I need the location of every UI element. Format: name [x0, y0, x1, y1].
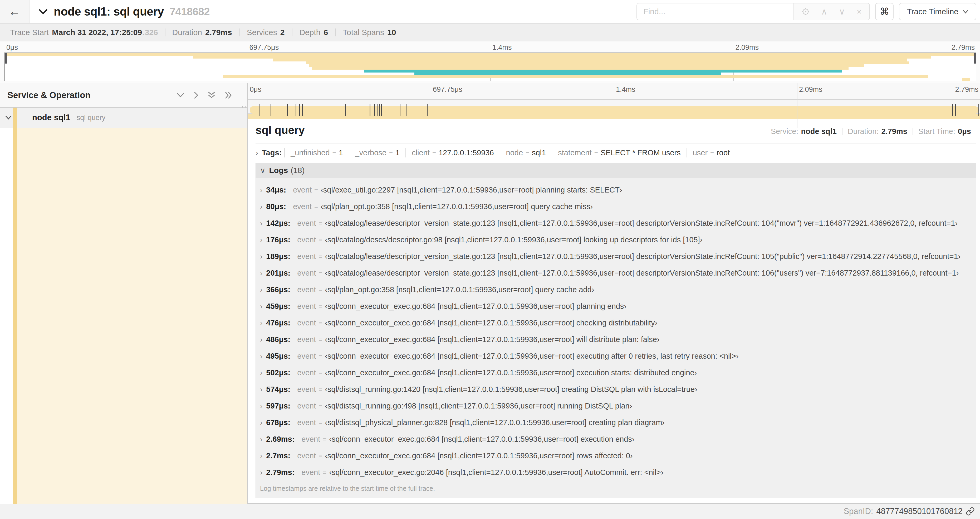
log-event-tick [287, 104, 288, 116]
tag-key: _unfinished [291, 148, 329, 157]
tag-item: statement = SELECT * FROM users [552, 148, 686, 157]
trace-id: 7418682 [170, 6, 210, 18]
log-row[interactable]: › 2.79ms: event = ‹sql/conn_executor_exe… [256, 464, 976, 481]
log-event-tick [406, 104, 406, 116]
span-row[interactable]: node sql1 sql query [0, 108, 247, 128]
log-key: event [297, 252, 316, 261]
minimap-scrubber-right[interactable] [974, 53, 976, 64]
header-actions: ∧ ∨ × ⌘ Trace Timeline [636, 3, 976, 20]
span-detail-panel: sql query Service: node sql1 Duration: 2… [248, 114, 980, 504]
log-timestamp: 597μs: [266, 402, 290, 410]
minimap-span-bar [273, 59, 907, 61]
equals-sign: = [314, 203, 318, 211]
minimap-span-bar [306, 61, 909, 64]
log-row[interactable]: › 502μs: event = ‹sql/conn_executor_exec… [256, 364, 976, 381]
log-timestamp: 502μs: [266, 369, 290, 377]
minimap-span-bar [414, 72, 721, 75]
keyboard-shortcuts-button[interactable]: ⌘ [875, 3, 894, 20]
equals-sign: = [525, 150, 529, 157]
equals-sign: = [432, 150, 436, 157]
log-row[interactable]: › 2.69ms: event = ‹sql/conn_executor_exe… [256, 431, 976, 447]
tags-toggle-row[interactable]: › Tags: _unfinished = 1 [256, 148, 976, 157]
timeline-gridline [797, 83, 797, 128]
service-color-bar [13, 108, 17, 128]
log-row[interactable]: › 476μs: event = ‹sql/conn_executor_exec… [256, 315, 976, 331]
timeline-minimap: 0μs697.75μs1.4ms2.09ms2.79ms [0, 42, 980, 83]
equals-sign: = [318, 270, 322, 277]
logs-footer-note: Log timestamps are relative to the start… [256, 481, 976, 498]
span-list-panel: Service & Operation node sql1 sql query [0, 83, 248, 504]
collapse-trace-icon[interactable] [38, 8, 48, 15]
collapse-children-icon[interactable] [5, 115, 11, 120]
span-service-name: node sql1 [32, 113, 70, 122]
log-event-tick [978, 104, 979, 116]
tag-value: SELECT * FROM users [601, 148, 681, 157]
view-selector-button[interactable]: Trace Timeline [899, 3, 976, 20]
trace-summary-item: Trace Start March 31 2022, 17:25:09 .326 [3, 29, 165, 37]
log-row[interactable]: › 80μs: event = ‹sql/plan_opt.go:358 [ns… [256, 198, 976, 215]
log-event-tick [374, 104, 375, 116]
log-message: ‹sql/distsql_physical_planner.go:828 [ns… [325, 418, 665, 427]
log-timestamp: 176μs: [266, 235, 290, 244]
minimap-canvas[interactable] [4, 53, 976, 81]
log-event-tick [381, 104, 382, 116]
log-key: event [297, 235, 316, 244]
log-row[interactable]: › 597μs: event = ‹sql/distsql_running.go… [256, 398, 976, 414]
log-timestamp: 574μs: [266, 385, 290, 394]
locate-icon[interactable] [802, 8, 810, 16]
summary-label: Total Spans [343, 29, 384, 37]
log-row[interactable]: › 201μs: event = ‹sql/catalog/lease/desc… [256, 265, 976, 281]
minimap-scrubber-left[interactable] [5, 53, 7, 64]
find-input[interactable] [637, 3, 793, 20]
log-message: ‹sql/distsql_running.go:1420 [nsql1,clie… [325, 385, 697, 394]
logs-header[interactable]: ∨ Logs (18) [256, 163, 976, 178]
duration-value: 2.79ms [881, 128, 907, 135]
log-message: ‹sql/conn_executor_exec.go:684 [nsql1,cl… [325, 369, 697, 377]
minimap-span-bar [962, 78, 970, 81]
log-row[interactable]: › 34μs: event = ‹sql/exec_util.go:2297 [… [256, 182, 976, 198]
chevron-right-icon: › [260, 385, 262, 394]
trace-summary-item: Total Spans 10 [336, 29, 403, 37]
log-timestamp: 366μs: [266, 285, 290, 294]
log-row[interactable]: › 574μs: event = ‹sql/distsql_running.go… [256, 381, 976, 398]
log-key: event [297, 302, 316, 311]
log-row[interactable]: › 189μs: event = ‹sql/catalog/lease/desc… [256, 248, 976, 265]
log-message: ‹sql/conn_executor_exec.go:684 [nsql1,cl… [325, 352, 738, 361]
chevron-right-icon: › [260, 435, 262, 444]
span-operation-name: sql query [77, 114, 106, 122]
log-row[interactable]: › 142μs: event = ‹sql/catalog/lease/desc… [256, 215, 976, 232]
log-row[interactable]: › 486μs: event = ‹sql/conn_executor_exec… [256, 331, 976, 348]
tag-item: user = root [687, 148, 735, 157]
log-row[interactable]: › 2.7ms: event = ‹sql/conn_executor_exec… [256, 447, 976, 464]
log-row[interactable]: › 678μs: event = ‹sql/distsql_physical_p… [256, 414, 976, 431]
next-result-icon[interactable]: ∨ [839, 7, 845, 16]
timeline-gridline [614, 83, 614, 128]
collapse-all-icon[interactable] [208, 91, 215, 99]
log-row[interactable]: › 459μs: event = ‹sql/conn_executor_exec… [256, 298, 976, 315]
expand-all-icon[interactable] [224, 91, 232, 99]
start-time-value: 0μs [958, 128, 971, 135]
log-row[interactable]: › 176μs: event = ‹sql/catalog/descs/desc… [256, 232, 976, 248]
chevron-right-icon: › [260, 452, 262, 460]
chevron-right-icon: › [260, 369, 262, 377]
find-group: ∧ ∨ × [636, 3, 870, 20]
log-row[interactable]: › 366μs: event = ‹sql/plan_opt.go:358 [n… [256, 281, 976, 298]
tag-value: 1 [395, 148, 399, 157]
summary-label: Duration [172, 29, 202, 37]
log-timestamp: 2.69ms: [266, 435, 294, 444]
clear-find-icon[interactable]: × [857, 7, 862, 16]
log-event-tick [377, 104, 377, 116]
log-timestamp: 2.7ms: [266, 452, 290, 460]
prev-result-icon[interactable]: ∧ [821, 7, 827, 16]
equals-sign: = [332, 150, 336, 157]
back-button[interactable]: ← [0, 0, 30, 23]
collapse-one-icon[interactable] [177, 93, 185, 98]
equals-sign: = [710, 150, 714, 157]
minimap-span-bar [364, 70, 842, 72]
equals-sign: = [318, 402, 322, 410]
expand-one-icon[interactable] [193, 91, 199, 99]
command-icon: ⌘ [880, 6, 889, 17]
link-icon[interactable] [966, 507, 975, 516]
log-row[interactable]: › 495μs: event = ‹sql/conn_executor_exec… [256, 348, 976, 364]
chevron-right-icon: › [260, 468, 262, 477]
